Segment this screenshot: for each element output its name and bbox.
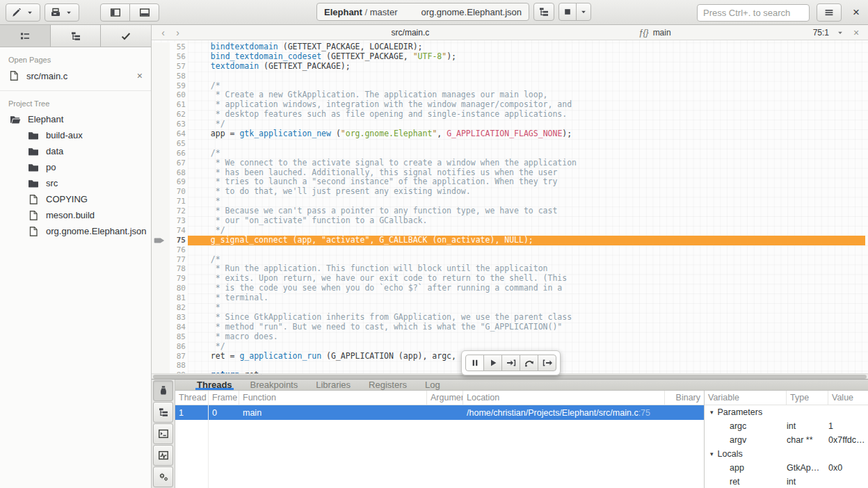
breakpoint-margin[interactable] bbox=[152, 52, 170, 62]
sidebar-tab-check[interactable] bbox=[101, 25, 151, 47]
thread-row[interactable]: 10main/home/christian/Projects/Elephant/… bbox=[175, 405, 704, 420]
source-view[interactable]: 55 bindtextdomain (GETTEXT_PACKAGE, LOCA… bbox=[152, 40, 868, 379]
breakpoint-margin[interactable] bbox=[152, 100, 170, 110]
breakpoint-margin[interactable] bbox=[152, 62, 170, 72]
tab-registers[interactable]: Registers bbox=[360, 380, 416, 390]
sidebar-tab-pages-list[interactable] bbox=[0, 25, 51, 47]
column-header-value[interactable]: Value bbox=[828, 391, 868, 405]
column-header-binary[interactable]: Binary bbox=[665, 391, 704, 405]
tab-libraries[interactable]: Libraries bbox=[307, 380, 360, 390]
variable-row[interactable]: appGtkAppli…0x0 bbox=[705, 461, 868, 475]
breakpoint-margin[interactable] bbox=[152, 236, 170, 245]
code-text[interactable]: * exits. Upon return, we have our exit c… bbox=[188, 274, 865, 284]
column-header-thread[interactable]: Thread bbox=[175, 391, 209, 405]
code-text[interactable]: /* bbox=[188, 149, 865, 158]
breakpoint-margin[interactable] bbox=[152, 81, 170, 91]
code-text[interactable]: * macro does. bbox=[188, 332, 865, 342]
breakpoint-margin[interactable] bbox=[152, 139, 170, 149]
code-text[interactable]: * desktop features such as file opening … bbox=[188, 110, 865, 120]
breakpoint-margin[interactable] bbox=[152, 216, 170, 226]
breakpoint-margin[interactable] bbox=[152, 129, 170, 139]
code-text[interactable] bbox=[188, 245, 865, 255]
stop-button[interactable] bbox=[558, 3, 577, 21]
omnibar[interactable]: Elephant / master org.gnome.Elephant.jso… bbox=[316, 3, 529, 21]
editor-close-icon[interactable]: × bbox=[851, 27, 861, 38]
tree-item[interactable]: COPYING bbox=[0, 191, 151, 207]
column-header-type[interactable]: Type bbox=[787, 391, 828, 405]
tree-item[interactable]: src bbox=[0, 175, 151, 191]
breakpoint-margin[interactable] bbox=[152, 293, 170, 303]
panel-button-debugger[interactable] bbox=[153, 380, 173, 401]
breakpoint-margin[interactable] bbox=[152, 206, 170, 216]
code-text[interactable]: app = gtk_application_new ("org.gnome.El… bbox=[188, 129, 865, 139]
code-text[interactable]: */ bbox=[188, 120, 865, 129]
code-text[interactable]: * We connect to the activate signal to c… bbox=[188, 158, 865, 168]
column-header-location[interactable]: Location bbox=[463, 391, 665, 405]
tree-item[interactable]: build-aux bbox=[0, 127, 151, 143]
code-text[interactable]: g_signal_connect (app, "activate", G_CAL… bbox=[188, 236, 865, 245]
code-text[interactable]: * bbox=[188, 303, 865, 313]
sidebar-tab-tree[interactable] bbox=[51, 25, 102, 47]
panel-button-gears[interactable] bbox=[153, 466, 173, 487]
breakpoint-margin[interactable] bbox=[152, 323, 170, 332]
code-text[interactable]: * is the code you see when you do `echo … bbox=[188, 284, 865, 293]
nav-back-icon[interactable]: ‹ bbox=[159, 27, 168, 38]
menu-button[interactable] bbox=[817, 3, 842, 22]
tab-threads[interactable]: Threads bbox=[188, 380, 241, 390]
nav-forward-icon[interactable]: › bbox=[173, 27, 182, 38]
code-text[interactable] bbox=[188, 139, 865, 149]
breakpoint-margin[interactable] bbox=[152, 245, 170, 255]
debug-pause-button[interactable] bbox=[465, 355, 484, 371]
breakpoint-margin[interactable] bbox=[152, 284, 170, 293]
breakpoint-margin[interactable] bbox=[152, 42, 170, 52]
search-input[interactable] bbox=[697, 4, 810, 22]
editor-options-icon[interactable] bbox=[835, 27, 846, 38]
tree-item[interactable]: po bbox=[0, 159, 151, 175]
variable-row[interactable]: argcint1 bbox=[705, 419, 868, 433]
tab-log[interactable]: Log bbox=[416, 380, 449, 390]
code-text[interactable]: * method "run". But we need to cast, whi… bbox=[188, 323, 865, 332]
expander-icon[interactable]: ▾ bbox=[710, 450, 714, 457]
panel-button-tree[interactable] bbox=[153, 402, 173, 423]
breakpoint-margin[interactable] bbox=[152, 197, 170, 206]
code-text[interactable]: * tries to launch a "second instance" of… bbox=[188, 177, 865, 187]
code-text[interactable]: * has been lauched. Additionally, this s… bbox=[188, 168, 865, 178]
code-text[interactable] bbox=[188, 72, 865, 81]
breakpoint-margin[interactable] bbox=[152, 110, 170, 120]
expander-icon[interactable]: ▾ bbox=[710, 409, 714, 416]
code-text[interactable]: * terminal. bbox=[188, 293, 865, 303]
breakpoint-margin[interactable] bbox=[152, 274, 170, 284]
symbol-selector[interactable]: ƒ{} main bbox=[638, 28, 671, 38]
breakpoint-margin[interactable] bbox=[152, 342, 170, 352]
breakpoint-margin[interactable] bbox=[152, 264, 170, 274]
tree-item[interactable]: data bbox=[0, 143, 151, 159]
breakpoint-margin[interactable] bbox=[152, 332, 170, 342]
column-header-arguments[interactable]: Arguments bbox=[427, 391, 463, 405]
code-text[interactable]: textdomain (GETTEXT_PACKAGE); bbox=[188, 62, 865, 72]
code-text[interactable]: bindtextdomain (GETTEXT_PACKAGE, LOCALED… bbox=[188, 42, 865, 52]
breakpoint-margin[interactable] bbox=[152, 177, 170, 187]
panel-button-output[interactable] bbox=[153, 445, 173, 466]
run-config-button[interactable] bbox=[6, 3, 40, 22]
code-text[interactable]: bind_textdomain_codeset (GETTEXT_PACKAGE… bbox=[188, 52, 865, 62]
toggle-left-panel-button[interactable] bbox=[100, 3, 130, 22]
breakpoint-margin[interactable] bbox=[152, 303, 170, 313]
code-text[interactable]: * Since GtkApplication inherits from GAp… bbox=[188, 313, 865, 323]
code-text[interactable]: */ bbox=[188, 226, 865, 236]
code-text[interactable]: * bbox=[188, 197, 865, 206]
code-text[interactable]: * Create a new GtkApplication. The appli… bbox=[188, 90, 865, 100]
tab-breakpoints[interactable]: Breakpoints bbox=[241, 380, 307, 390]
column-header-variable[interactable]: Variable bbox=[705, 391, 787, 405]
toggle-bottom-panel-button[interactable] bbox=[129, 3, 159, 22]
variable-row[interactable]: argvchar **0x7ffdc1… bbox=[705, 433, 868, 447]
code-text[interactable]: * our "on_activate" function to a GCallb… bbox=[188, 216, 865, 226]
variable-row[interactable]: retint bbox=[705, 475, 868, 488]
variable-group-row[interactable]: ▾Parameters bbox=[705, 405, 868, 419]
variable-group-row[interactable]: ▾Locals bbox=[705, 447, 868, 461]
breakpoint-margin[interactable] bbox=[152, 313, 170, 323]
breakpoint-margin[interactable] bbox=[152, 149, 170, 158]
code-text[interactable]: /* bbox=[188, 255, 865, 265]
device-select-button[interactable] bbox=[45, 3, 79, 22]
debug-step-in-button[interactable] bbox=[501, 355, 520, 371]
code-text[interactable]: /* bbox=[188, 81, 865, 91]
